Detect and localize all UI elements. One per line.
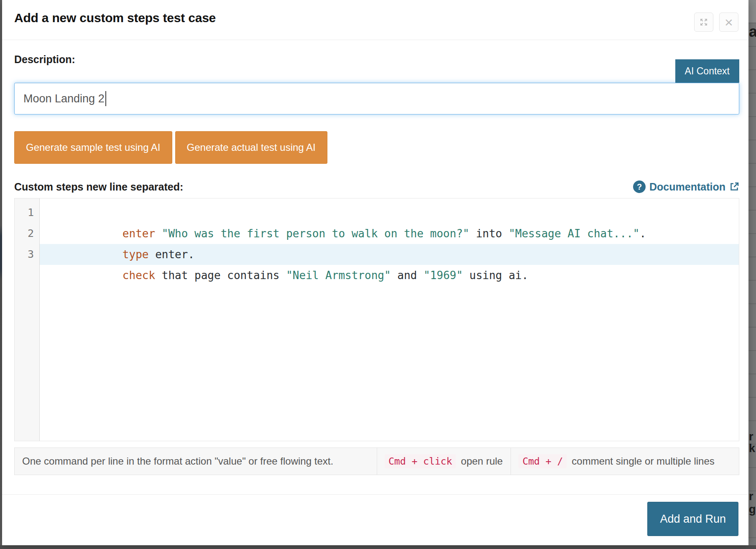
documentation-link[interactable]: ? Documentation xyxy=(633,180,739,193)
custom-steps-header-row: Custom steps new line separated: ? Docum… xyxy=(14,180,739,193)
modal-body: Description: AI Context Moon Landing 2 G… xyxy=(2,53,748,475)
expand-icon xyxy=(699,18,708,27)
page-behind-text: r xyxy=(749,491,753,502)
description-input-value: Moon Landing 2 xyxy=(23,92,105,105)
page-behind-text: r xyxy=(749,431,753,442)
ai-context-button[interactable]: AI Context xyxy=(675,59,739,83)
modal-footer: Add and Run xyxy=(2,494,748,546)
code-token-keyword: type xyxy=(123,248,155,261)
add-and-run-button[interactable]: Add and Run xyxy=(647,502,738,536)
code-token-string: "1969" xyxy=(424,269,463,282)
code-token: into xyxy=(469,227,508,240)
description-label: Description: xyxy=(14,53,75,66)
documentation-link-label: Documentation xyxy=(649,181,725,193)
line-number: 2 xyxy=(15,223,39,244)
close-button[interactable]: × xyxy=(719,13,738,32)
modal-header: Add a new custom steps test case × xyxy=(2,0,748,40)
line-number: 1 xyxy=(15,202,39,223)
modal-window-controls: × xyxy=(694,13,738,32)
generate-sample-test-button[interactable]: Generate sample test using AI xyxy=(14,131,172,164)
hint-format-text: One command per line in the format actio… xyxy=(22,455,333,467)
close-icon: × xyxy=(725,15,733,29)
code-token: enter. xyxy=(155,248,194,261)
code-token: and xyxy=(391,269,424,282)
description-row: Description: AI Context xyxy=(14,53,739,83)
editor-gutter: 1 2 3 xyxy=(15,198,40,441)
code-token: . xyxy=(639,227,646,240)
code-line-1[interactable]: enter "Who was the first person to walk … xyxy=(40,202,739,223)
code-token-keyword: enter xyxy=(123,227,162,240)
code-token-string: "Message AI chat..." xyxy=(508,227,639,240)
expand-button[interactable] xyxy=(694,13,713,32)
cmd-slash-shortcut: Cmd + / xyxy=(518,454,567,468)
modal-title: Add a new custom steps test case xyxy=(14,11,216,25)
page-behind-text: g xyxy=(749,504,756,515)
generate-actual-test-button[interactable]: Generate actual test using AI xyxy=(175,131,327,164)
page-behind-right-strip: a r k r g xyxy=(748,0,756,549)
code-token: that page contains xyxy=(162,269,286,282)
code-token: using ai. xyxy=(463,269,529,282)
hint-format: One command per line in the format actio… xyxy=(15,448,377,475)
hint-comment: Cmd + / comment single or multiple lines xyxy=(511,448,739,475)
generate-buttons-row: Generate sample test using AI Generate a… xyxy=(14,131,739,164)
page-behind-text: k xyxy=(749,443,755,454)
code-token-keyword: check xyxy=(123,269,162,282)
screen: a r k r g Add a new custom steps test ca… xyxy=(0,0,756,549)
code-token-string: "Who was the first person to walk on the… xyxy=(162,227,470,240)
help-icon: ? xyxy=(633,180,646,193)
cmd-click-shortcut: Cmd + click xyxy=(385,454,456,468)
code-editor[interactable]: 1 2 3 enter "Who was the first person to… xyxy=(14,198,739,441)
editor-code-area[interactable]: enter "Who was the first person to walk … xyxy=(40,198,739,441)
page-behind-text: a xyxy=(749,24,756,39)
hint-comment-text: comment single or multiple lines xyxy=(572,455,714,467)
page-behind-header-band xyxy=(748,0,756,23)
hint-open-rule: Cmd + click open rule xyxy=(377,448,511,475)
add-test-case-modal: Add a new custom steps test case × xyxy=(2,0,748,545)
line-number: 3 xyxy=(15,244,39,265)
text-cursor xyxy=(105,91,106,106)
editor-hints-bar: One command per line in the format actio… xyxy=(14,447,739,475)
description-input[interactable]: Moon Landing 2 xyxy=(14,83,739,114)
code-token-string: "Neil Armstrong" xyxy=(286,269,391,282)
hint-open-rule-text: open rule xyxy=(461,455,503,467)
custom-steps-label: Custom steps new line separated: xyxy=(14,181,183,193)
external-link-icon xyxy=(729,182,739,192)
